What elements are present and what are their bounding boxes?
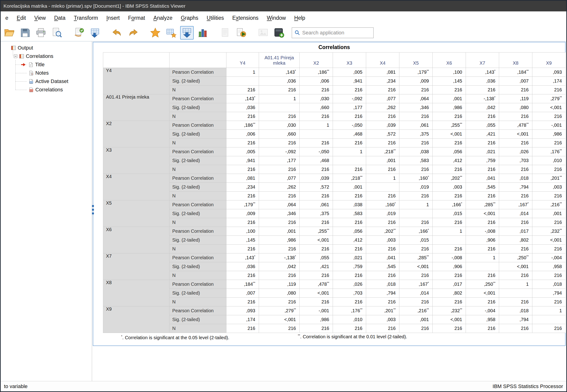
designate-window-icon[interactable] [272,26,286,40]
table-cell: ,255** [300,227,333,236]
table-cell: ,081 [226,174,259,183]
menu-item-utilities[interactable]: Utilities [203,13,228,23]
tree-item-title[interactable]: Title [1,60,92,69]
row-stat-label: N [169,192,226,200]
table-cell: ,794 [499,183,532,192]
table-cell: ,545 [466,183,499,192]
column-header-x7: X7 [466,53,499,68]
menu-item-format[interactable]: Format [124,13,149,23]
table-cell: ,021 [466,147,499,156]
tree-item-correlations[interactable]: Correlations [1,52,92,60]
menubar: eEditViewDataTransformInsertFormatAnalyz… [1,11,566,24]
outline-pane[interactable]: OutputCorrelationsTitleNotesActive Datas… [1,41,92,381]
table-cell: 216 [499,298,532,307]
table-cell: ,285** [466,200,499,209]
status-left: to variable [4,383,28,390]
menu-item-help[interactable]: Help [290,13,309,23]
redo-icon[interactable] [126,26,140,40]
table-cell: 216 [366,298,399,307]
correlations-table[interactable]: Y4A01.41 Prireja mlekaX2X3X4X5X6X7X8X9Y4… [103,52,566,333]
table-doc-icon [28,87,34,92]
table-cell: 216 [532,271,566,280]
table-cell: 216 [226,245,259,253]
table-row: N216216216216216216216216216216 [103,324,566,333]
content-pane[interactable]: Correlations Y4A01.41 Prireja mlekaX2X3X… [92,41,566,381]
collapse-minus-icon[interactable] [14,55,17,58]
table-cell: ,042 [466,103,499,112]
splitter-handle[interactable] [92,205,94,218]
table-cell: ,660 [300,103,333,112]
table-cell: ,077 [366,94,399,103]
table-cell: 216 [433,324,466,333]
table-cell: ,167* [499,200,532,209]
table-cell: ,005 [333,68,366,77]
table-cell: -,092 [333,94,366,103]
table-star-icon[interactable] [164,26,178,40]
table-cell: ,010 [333,315,366,324]
table-row: X7Pearson Correlation,143*-,138*,055,021… [103,253,566,262]
menu-item-extensions[interactable]: Extensions [228,13,263,23]
table-cell: 216 [466,298,499,307]
table-cell: ,093 [532,68,566,77]
table-cell: -,001 [300,307,333,315]
table-cell: 216 [532,139,566,147]
table-cell: 216 [226,139,259,147]
menu-item-edit[interactable]: Edit [13,13,30,23]
open-folder-icon[interactable] [2,26,16,40]
print-preview-icon[interactable] [50,26,63,40]
table-cell: 216 [433,85,466,94]
star-icon[interactable] [149,26,162,40]
table-cell: ,986 [259,236,300,245]
table-cell: ,030 [259,121,300,130]
variables-chart-icon[interactable] [196,26,209,40]
menu-item-graphs[interactable]: Graphs [177,13,203,23]
search-input[interactable] [302,30,371,36]
menu-item-data[interactable]: Data [50,13,70,23]
table-row: N216216216216216216216216216216 [103,218,566,227]
table-cell: 1 [366,174,399,183]
table-cell: ,018 [532,280,566,289]
tree-item-active-dataset[interactable]: Active Dataset [1,77,92,85]
table-cell: 1 [499,280,532,289]
table-cell: 216 [433,112,466,121]
table-cell: ,202** [433,174,466,183]
table-cell: ,759 [466,156,499,165]
tree-item-output[interactable]: Output [1,44,92,52]
table-cell: ,100 [226,227,259,236]
export-icon[interactable] [72,26,86,40]
table-cell: 216 [226,112,259,121]
table-cell: 216 [259,139,300,147]
print-icon[interactable] [34,26,48,40]
menu-item-analyze[interactable]: Analyze [149,13,177,23]
select-last-output-icon[interactable] [180,26,194,40]
run-document-icon[interactable] [234,26,248,40]
tree-item-correlations-table[interactable]: Correlations [1,85,92,94]
table-cell: ,262 [259,183,300,192]
menu-item-transform[interactable]: Transform [70,13,102,23]
table-row: X4Pearson Correlation,081,077,039,218**1… [103,174,566,183]
table-row: X8Pearson Correlation,184**,119,478**,02… [103,280,566,289]
table-cell: 216 [333,218,366,227]
table-cell: ,039 [366,121,399,130]
table-cell: ,003 [433,183,466,192]
save-icon[interactable] [18,26,32,40]
menu-item-e[interactable]: e [1,13,13,23]
table-cell: 216 [532,298,566,307]
table-row: N216216216216216216216216216216 [103,245,566,253]
column-header-a01-41-prireja-mleka: A01.41 Prireja mleka [259,53,300,68]
table-cell: 216 [366,112,399,121]
toolbar [1,24,566,41]
table-cell: ,232** [532,227,566,236]
menu-item-insert[interactable]: Insert [102,13,124,23]
search-box[interactable] [292,28,373,38]
row-stat-label: N [169,245,226,253]
table-cell: ,015 [433,209,466,218]
table-cell: ,216** [399,307,433,315]
menu-item-view[interactable]: View [30,13,50,23]
menu-item-window[interactable]: Window [263,13,290,23]
table-cell: ,660 [259,130,300,139]
tree-item-notes[interactable]: Notes [1,69,92,77]
undo-icon[interactable] [111,26,124,40]
recall-dialogs-icon[interactable] [88,26,102,40]
table-row: N216216216216216216216216216216 [103,139,566,147]
